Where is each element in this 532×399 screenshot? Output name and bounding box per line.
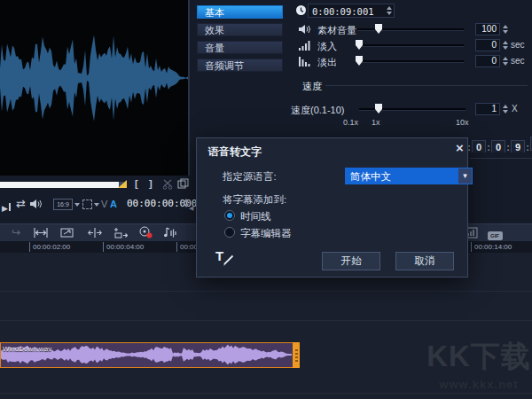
fade-out-spinner[interactable]: [501, 55, 509, 67]
aspect-dropdown-arrow-icon[interactable]: [74, 203, 80, 207]
speed-value[interactable]: 1: [475, 103, 500, 115]
audio-toggle[interactable]: A: [110, 199, 117, 209]
speed-tick-mid: 1x: [372, 118, 380, 127]
split-frame-icon[interactable]: [177, 178, 189, 190]
speed-label: 速度(0.1-10): [291, 104, 345, 117]
redo-icon[interactable]: ↪: [7, 226, 25, 240]
fade-in-value[interactable]: 0: [475, 39, 500, 51]
speed-tick-min: 0.1x: [343, 118, 358, 127]
fade-in-icon: [299, 40, 311, 51]
fade-in-spinner[interactable]: [501, 39, 509, 51]
tab-basic[interactable]: 基本: [197, 5, 283, 19]
duration-field[interactable]: 0:00:09:001: [308, 4, 395, 18]
fade-out-row: 淡出 0 sec: [295, 55, 528, 67]
fade-in-slider[interactable]: [357, 44, 464, 47]
source-language-value: 简体中文: [350, 170, 391, 184]
panel-divider: [470, 158, 532, 159]
speed-section-title: 速度: [302, 80, 322, 93]
scissors-icon[interactable]: [162, 178, 174, 190]
duration-spinner[interactable]: [385, 4, 393, 17]
play-next-icon[interactable]: ▶: [2, 199, 11, 215]
record-capture-icon[interactable]: [137, 226, 154, 240]
speed-spinner[interactable]: [501, 103, 509, 115]
fade-out-unit: sec: [511, 56, 525, 66]
mark-out-button[interactable]: ]: [149, 177, 153, 190]
clip-volume-value[interactable]: 100: [475, 23, 500, 35]
speed-row: 速度(0.1-10) 1 X: [291, 103, 532, 115]
radio-subtitle-editor[interactable]: [224, 227, 235, 238]
speaker-icon: [299, 24, 311, 35]
insert-clip-icon[interactable]: [112, 226, 129, 240]
clip-volume-thumb[interactable]: [375, 24, 382, 34]
fade-in-row: 淡入 0 sec: [295, 39, 528, 51]
fade-out-thumb[interactable]: [356, 56, 363, 66]
audio-clip-name: WindDown.wav: [3, 345, 51, 353]
video-editor-window: 基本 效果 音量 音频调节 0:00:09:001 素材音量 100 淡入 0 …: [0, 0, 532, 399]
duration-value: 0:00:09:001: [312, 6, 374, 17]
track-divider: [0, 291, 532, 292]
fade-out-value[interactable]: 0: [475, 55, 500, 67]
ruler-label: 00:00:02:00: [29, 242, 70, 252]
subtitle-text-options-icon[interactable]: T: [215, 248, 235, 266]
start-button[interactable]: 开始: [322, 252, 380, 270]
radio-timeline[interactable]: [224, 210, 235, 221]
track-divider: [0, 393, 532, 394]
selection-time-display: :0:0:9:: [466, 137, 532, 153]
speed-unit: X: [512, 104, 518, 113]
close-icon[interactable]: ×: [456, 140, 464, 155]
radio-timeline-label: 时间线: [240, 210, 271, 223]
fade-in-label: 淡入: [317, 40, 337, 53]
selection-dropdown-arrow-icon[interactable]: [94, 203, 99, 207]
clock-icon: [295, 4, 307, 16]
video-toggle[interactable]: V: [101, 199, 107, 209]
clip-volume-spinner[interactable]: [501, 23, 509, 35]
clip-volume-label: 素材音量: [317, 24, 356, 37]
chevron-down-icon[interactable]: ▾: [458, 168, 472, 184]
clip-trim-handle[interactable]: [293, 342, 300, 368]
cancel-button[interactable]: 取消: [395, 252, 454, 270]
source-language-select[interactable]: 简体中文 ▾: [345, 168, 473, 184]
collapse-panel-icon[interactable]: ◀: [189, 205, 193, 212]
split-clip-icon[interactable]: [86, 226, 104, 240]
tab-volume[interactable]: 音量: [197, 41, 283, 54]
tab-effects[interactable]: 效果: [197, 23, 283, 36]
speech-to-text-dialog: 语音转文字 × 指定源语言: 简体中文 ▾ 将字幕添加到: 时间线 字幕编辑器 …: [196, 137, 468, 278]
source-language-label: 指定源语言:: [223, 170, 277, 184]
selection-tool-icon[interactable]: [82, 200, 92, 209]
speed-tick-max: 10x: [456, 118, 469, 127]
sound-mixer-icon[interactable]: [161, 226, 179, 240]
fade-out-label: 淡出: [317, 56, 337, 69]
tab-audio-adjust[interactable]: 音频调节: [197, 59, 283, 72]
fit-timeline-icon[interactable]: [32, 226, 50, 240]
audio-waveform-preview: [0, 0, 188, 176]
time-digit: 9: [511, 140, 525, 153]
ruler-label: 00:00:04:00: [103, 242, 144, 252]
dialog-title: 语音转文字: [208, 145, 262, 160]
clip-volume-slider[interactable]: [357, 28, 464, 31]
fade-out-slider[interactable]: [357, 60, 464, 63]
mute-speaker-icon[interactable]: [30, 199, 43, 209]
scrubber-progress: [0, 182, 119, 188]
time-digit: 0: [491, 140, 505, 153]
add-subtitles-to-label: 将字幕添加到:: [223, 193, 286, 207]
gif-export-icon[interactable]: GIF: [486, 228, 504, 242]
ruler-label: 00:00:14:00: [471, 242, 512, 252]
speed-thumb[interactable]: [375, 104, 382, 113]
frame-size-icon[interactable]: [59, 226, 76, 240]
track-divider: [0, 320, 532, 321]
fade-in-unit: sec: [511, 40, 525, 50]
speed-section-divider: [325, 85, 528, 86]
time-digit: 0: [472, 140, 486, 153]
clip-volume-row: 素材音量 100: [295, 23, 528, 35]
loop-icon[interactable]: ⇄: [16, 198, 26, 210]
fade-out-icon: [299, 56, 311, 66]
fade-in-thumb[interactable]: [356, 40, 363, 50]
audio-clip[interactable]: WindDown.wav: [0, 342, 293, 368]
preview-area: [0, 0, 190, 176]
aspect-ratio-chip[interactable]: 16:9: [53, 199, 73, 210]
radio-subtitle-editor-label: 字幕编辑器: [240, 227, 292, 240]
mark-in-button[interactable]: [: [135, 177, 138, 190]
